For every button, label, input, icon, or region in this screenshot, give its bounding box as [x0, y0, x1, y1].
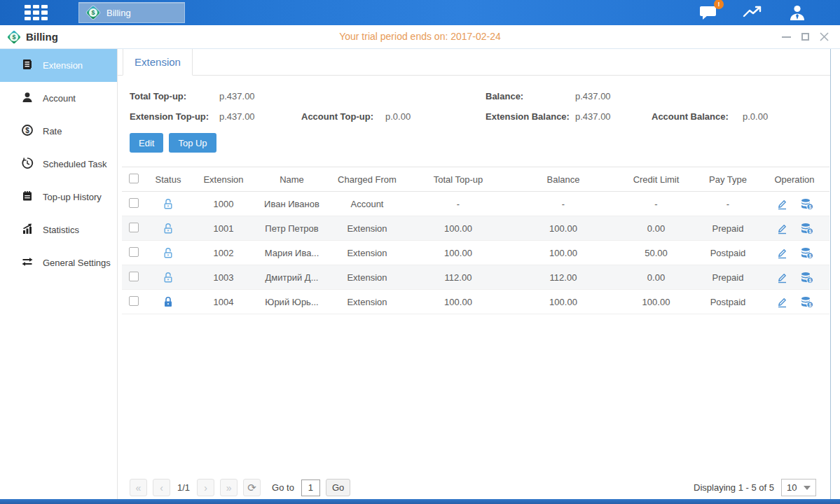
- page-size-select[interactable]: 10: [781, 479, 816, 496]
- edit-extension-icon[interactable]: [776, 223, 788, 234]
- edit-extension-icon[interactable]: [776, 198, 788, 210]
- top-up-extension-icon[interactable]: $: [801, 198, 813, 210]
- sidebar-item-label: Account: [43, 93, 76, 104]
- sidebar-item-label: Top-up History: [43, 192, 102, 202]
- top-up-extension-icon[interactable]: $: [801, 223, 813, 234]
- table-header-row: Status Extension Name Charged From Total…: [122, 167, 829, 192]
- sidebar-item-statistics[interactable]: Statistics: [0, 214, 117, 246]
- select-all-checkbox[interactable]: [129, 174, 139, 183]
- sidebar-item-topup-history[interactable]: Top-up History: [0, 181, 117, 214]
- trial-notice: Your trial period ends on: 2017-02-24: [339, 31, 501, 42]
- extension-table: Status Extension Name Charged From Total…: [122, 167, 829, 314]
- top-up-extension-icon[interactable]: $: [801, 296, 813, 308]
- extension-balance-value: p.437.00: [575, 111, 611, 122]
- sidebar-item-general-settings[interactable]: General Settings: [0, 246, 117, 279]
- lock-open-icon[interactable]: [144, 223, 192, 234]
- lock-open-icon[interactable]: [144, 198, 192, 210]
- taskbar-tab-label: Billing: [106, 8, 131, 18]
- chevron-down-icon: [804, 486, 811, 490]
- toolbar: Edit Top Up: [118, 122, 830, 153]
- sidebar-item-account[interactable]: Account: [0, 82, 117, 115]
- window-titlebar: $ Billing Your trial period ends on: 201…: [0, 25, 840, 49]
- top-up-extension-icon[interactable]: $: [801, 247, 813, 259]
- total-topup-value: p.437.00: [219, 91, 255, 102]
- scheduled-task-icon: [21, 157, 34, 172]
- close-icon[interactable]: [819, 32, 829, 42]
- first-page-button[interactable]: «: [130, 479, 147, 496]
- table-row: 1000 Иван Иванов Account - - - -: [122, 192, 829, 216]
- edit-extension-icon[interactable]: [776, 296, 788, 308]
- account-topup-value: p.0.00: [385, 111, 411, 122]
- top-up-extension-icon[interactable]: $: [801, 272, 813, 284]
- page-size-value: 10: [787, 482, 797, 493]
- extension-icon: [21, 58, 34, 73]
- pagination-bar: « ‹ 1/1 › » ⟳ Go to Go Displaying 1 - 5 …: [118, 479, 830, 496]
- lock-open-icon[interactable]: [144, 247, 192, 259]
- lock-open-icon[interactable]: [144, 272, 192, 284]
- account-balance-value: p.0.00: [743, 111, 768, 122]
- row-checkbox[interactable]: [129, 296, 139, 306]
- billing-window-icon: $: [7, 30, 21, 44]
- account-balance-label: Account Balance:: [652, 111, 743, 122]
- billing-app-icon: $: [86, 6, 100, 20]
- sidebar-item-extension[interactable]: Extension: [0, 49, 117, 82]
- notification-badge: !: [714, 0, 724, 9]
- edit-extension-icon[interactable]: [776, 247, 788, 259]
- topup-history-icon: [21, 190, 34, 204]
- sidebar-item-rate[interactable]: $ Rate: [0, 115, 117, 148]
- edit-button[interactable]: Edit: [130, 133, 163, 153]
- page-indicator: 1/1: [177, 482, 190, 493]
- col-name: Name: [255, 174, 329, 185]
- row-checkbox[interactable]: [129, 223, 139, 232]
- taskbar-tab-billing[interactable]: $ Billing: [78, 2, 185, 23]
- app-grid-icon[interactable]: [25, 5, 48, 20]
- col-credit-limit: Credit Limit: [616, 174, 696, 185]
- top-up-button[interactable]: Top Up: [169, 133, 216, 153]
- table-row: 1004 Юрий Юрь... Extension 100.00 100.00…: [122, 290, 829, 314]
- displaying-text: Displaying 1 - 5 of 5: [694, 482, 774, 493]
- col-balance: Balance: [511, 174, 616, 185]
- col-operation: Operation: [759, 174, 829, 185]
- col-status: Status: [144, 174, 192, 185]
- lock-closed-icon[interactable]: [144, 296, 192, 308]
- row-checkbox[interactable]: [129, 198, 139, 208]
- table-row: 1001 Петр Петров Extension 100.00 100.00…: [122, 216, 829, 241]
- extension-topup-value: p.437.00: [219, 111, 255, 122]
- sidebar-item-scheduled-task[interactable]: Scheduled Task: [0, 148, 117, 181]
- svg-text:$: $: [808, 302, 811, 307]
- svg-text:$: $: [808, 204, 811, 209]
- go-button[interactable]: Go: [326, 479, 350, 496]
- sidebar-item-label: Rate: [43, 126, 62, 136]
- tab-extension[interactable]: Extension: [123, 49, 193, 76]
- tab-strip: Extension: [118, 49, 830, 76]
- rate-icon: $: [21, 124, 34, 139]
- goto-page-input[interactable]: [301, 479, 320, 496]
- row-checkbox[interactable]: [129, 272, 139, 281]
- user-account-icon[interactable]: [788, 4, 806, 22]
- svg-text:$: $: [808, 228, 811, 234]
- statistics-chart-icon[interactable]: [742, 4, 764, 21]
- sidebar-item-label: General Settings: [43, 258, 111, 268]
- col-pay-type: Pay Type: [696, 174, 759, 185]
- row-checkbox[interactable]: [129, 247, 139, 257]
- content-pane: Extension Total Top-up:p.437.00 Balance:…: [118, 49, 831, 499]
- minimize-icon[interactable]: [781, 32, 791, 42]
- window-title: Billing: [26, 31, 58, 43]
- edit-extension-icon[interactable]: [776, 272, 788, 284]
- sidebar-item-label: Scheduled Task: [43, 159, 107, 169]
- col-extension: Extension: [192, 174, 255, 185]
- last-page-button[interactable]: »: [220, 479, 237, 496]
- tab-label: Extension: [135, 56, 181, 68]
- account-topup-label: Account Top-up:: [301, 111, 385, 122]
- next-page-button[interactable]: ›: [197, 479, 214, 496]
- table-row: 1002 Мария Ива... Extension 100.00 100.0…: [122, 241, 829, 265]
- prev-page-button[interactable]: ‹: [153, 479, 170, 496]
- sidebar-item-label: Statistics: [43, 225, 79, 235]
- refresh-icon[interactable]: ⟳: [243, 479, 261, 496]
- maximize-icon[interactable]: [800, 32, 810, 42]
- extension-topup-label: Extension Top-up:: [130, 111, 219, 122]
- general-settings-icon: [21, 255, 34, 270]
- sidebar-item-label: Extension: [43, 60, 83, 71]
- table-row: 1003 Дмитрий Д... Extension 112.00 112.0…: [122, 265, 829, 290]
- messages-icon[interactable]: !: [698, 4, 718, 21]
